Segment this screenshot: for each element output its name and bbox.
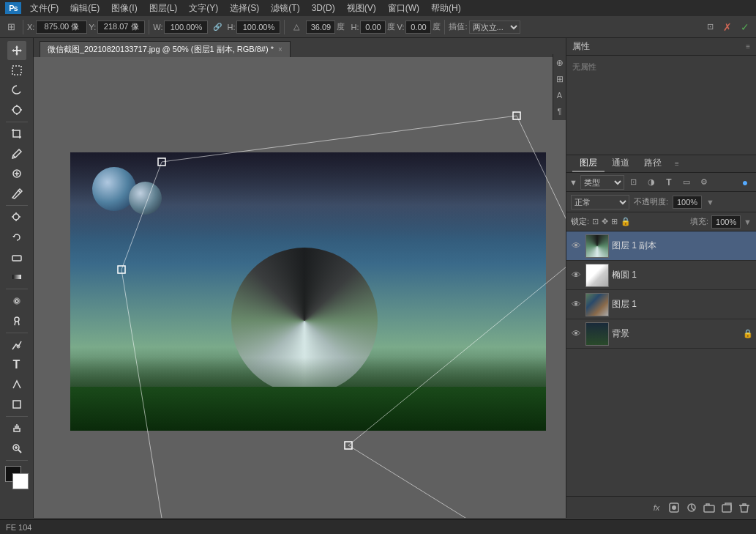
menu-file[interactable]: 文件(F) — [25, 1, 64, 16]
menu-view[interactable]: 视图(V) — [342, 1, 381, 16]
side-icon-3[interactable]: A — [554, 89, 566, 101]
side-icon-2[interactable]: ⊞ — [554, 73, 566, 85]
lock-fill-bar: 锁定: ⊡ ✥ ⊞ 🔒 填充: ▼ — [566, 212, 756, 231]
layer-row[interactable]: 👁 背景 🔒 — [566, 319, 756, 349]
y-input[interactable] — [97, 21, 145, 34]
eraser-tool[interactable] — [7, 248, 26, 267]
tab-paths[interactable]: 路径 — [637, 155, 669, 172]
dodge-tool[interactable] — [7, 311, 26, 330]
menu-image[interactable]: 图像(I) — [106, 1, 142, 16]
layer-fx-button[interactable]: fx — [649, 500, 664, 515]
layer-visibility-toggle[interactable]: 👁 — [569, 269, 583, 282]
lock-artboard-icon[interactable]: ⊞ — [611, 217, 618, 226]
menu-select[interactable]: 选择(S) — [225, 1, 264, 16]
menu-help[interactable]: 帮助(H) — [426, 1, 466, 16]
layer-visibility-toggle[interactable]: 👁 — [569, 298, 583, 311]
layer-group-button[interactable] — [702, 500, 716, 515]
blend-mode-select[interactable]: 正常 — [571, 195, 629, 209]
layer-row[interactable]: 👁 椭圆 1 — [566, 261, 756, 290]
y-label: Y: — [89, 23, 96, 31]
layer-mask-button[interactable] — [667, 500, 681, 515]
toolbar-separator-3 — [284, 20, 285, 34]
color-swatches[interactable] — [5, 466, 29, 489]
layer-new-button[interactable] — [719, 500, 734, 515]
menu-window[interactable]: 窗口(W) — [383, 1, 424, 16]
filter-pixel-icon[interactable]: ⊡ — [626, 175, 642, 190]
transform-mode-icon[interactable]: ⊞ — [3, 19, 19, 35]
angle-input[interactable] — [306, 21, 335, 34]
menu-text[interactable]: 文字(Y) — [184, 1, 223, 16]
history-brush-tool[interactable] — [7, 228, 26, 247]
pen-tool[interactable] — [7, 335, 26, 355]
side-icon-4[interactable]: ¶ — [554, 105, 566, 117]
x-input[interactable] — [36, 21, 87, 34]
layer-row[interactable]: 👁 图层 1 — [566, 290, 756, 319]
path-selection-tool[interactable] — [7, 375, 26, 394]
layers-panel-header: 图层 通道 路径 ≡ — [566, 155, 756, 173]
gradient-tool[interactable] — [7, 267, 26, 286]
lasso-tool[interactable] — [7, 81, 26, 100]
confirm-transform-button[interactable]: ✓ — [737, 19, 753, 35]
filter-smart-icon[interactable]: ⚙ — [696, 175, 712, 190]
hand-tool[interactable] — [7, 419, 26, 438]
filter-shape-icon[interactable]: ▭ — [678, 175, 695, 190]
side-icon-1[interactable]: ⊕ — [554, 57, 566, 69]
zoom-tool[interactable] — [7, 439, 26, 458]
status-text: FE 104 — [6, 523, 31, 532]
tab-layers[interactable]: 图层 — [572, 155, 605, 172]
text-tool[interactable]: T — [7, 355, 26, 374]
properties-title: 属性 — [572, 40, 590, 53]
layer-adjustment-button[interactable] — [684, 500, 699, 515]
filter-adjust-icon[interactable]: ◑ — [643, 175, 659, 190]
menu-3d[interactable]: 3D(D) — [307, 1, 340, 15]
layers-panel-menu[interactable]: ≡ — [675, 160, 679, 168]
layer-visibility-toggle[interactable]: 👁 — [569, 240, 583, 253]
opacity-arrow[interactable]: ▼ — [706, 198, 714, 207]
background-color[interactable] — [12, 473, 29, 489]
cancel-transform-button[interactable]: ✗ — [719, 19, 736, 35]
h-input[interactable] — [236, 21, 280, 34]
menu-layer[interactable]: 图层(L) — [144, 1, 183, 16]
main-area: T 微信截图_20210820133717.jpg @ 50% (图层1 副本,… — [0, 38, 756, 518]
healing-brush-tool[interactable] — [7, 164, 26, 183]
properties-panel: 属性 ≡ 无属性 — [566, 38, 756, 155]
tool-separator-5 — [6, 416, 28, 417]
filter-text-icon[interactable]: T — [661, 175, 677, 190]
layer-visibility-toggle[interactable]: 👁 — [569, 327, 583, 341]
menu-filter[interactable]: 滤镜(T) — [266, 1, 304, 16]
filter-type-select[interactable]: 类型 — [580, 175, 624, 190]
lock-pixel-icon[interactable]: ⊡ — [592, 217, 599, 226]
canvas-background[interactable] — [34, 57, 566, 518]
shape-tool[interactable] — [7, 395, 26, 414]
eyedropper-tool[interactable] — [7, 144, 26, 163]
link-aspect-icon[interactable]: 🔗 — [209, 19, 225, 35]
toolbar-separator-1 — [23, 20, 23, 34]
warp-icon[interactable]: ⊡ — [702, 19, 718, 35]
layer-delete-button[interactable] — [737, 500, 752, 515]
properties-collapse[interactable]: ≡ — [746, 42, 750, 51]
layer-thumbnail — [585, 234, 609, 258]
quick-select-tool[interactable] — [7, 100, 26, 119]
planet-small — [129, 182, 162, 215]
lock-all-icon[interactable]: 🔒 — [621, 217, 631, 226]
tab-close-button[interactable]: × — [278, 45, 282, 53]
rectangular-marquee-tool[interactable] — [7, 61, 26, 80]
h-angle-input[interactable] — [360, 21, 386, 34]
document-tab[interactable]: 微信截图_20210820133717.jpg @ 50% (图层1 副本, R… — [40, 41, 291, 57]
opacity-input[interactable] — [673, 196, 702, 209]
menu-edit[interactable]: 编辑(E) — [65, 1, 105, 16]
brush-tool[interactable] — [7, 184, 26, 203]
filter-toggle[interactable]: ● — [737, 175, 753, 190]
clone-stamp-tool[interactable] — [7, 208, 26, 227]
w-input[interactable] — [164, 21, 208, 34]
lock-position-icon[interactable]: ✥ — [602, 217, 608, 226]
v-input[interactable] — [405, 21, 431, 34]
move-tool[interactable] — [7, 41, 26, 60]
blur-tool[interactable] — [7, 292, 26, 311]
fill-arrow[interactable]: ▼ — [744, 218, 752, 226]
tab-channels[interactable]: 通道 — [605, 155, 637, 172]
interpolation-select[interactable]: 两次立... — [469, 21, 520, 34]
layer-row[interactable]: 👁 图层 1 副本 — [566, 231, 756, 261]
crop-tool[interactable] — [7, 125, 26, 144]
fill-input[interactable] — [711, 215, 741, 229]
